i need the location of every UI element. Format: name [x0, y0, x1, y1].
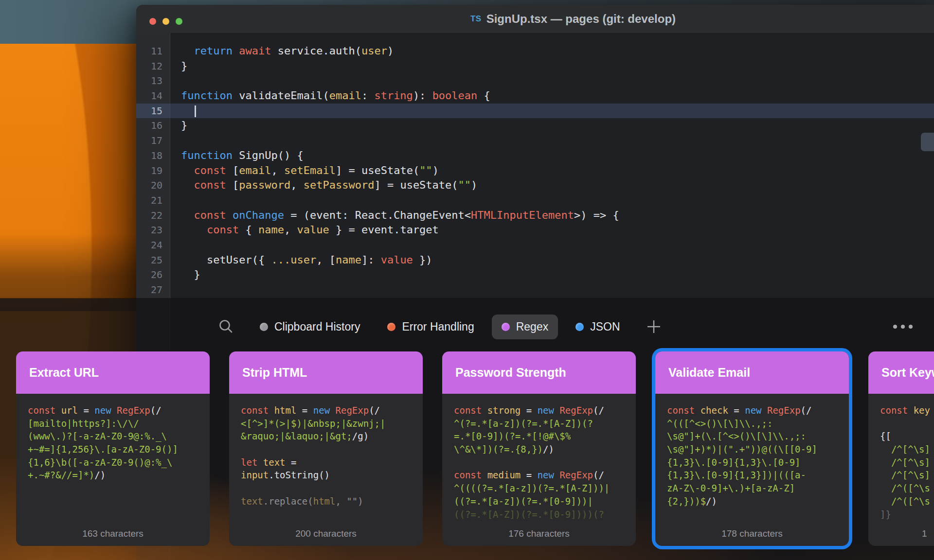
tab-json[interactable]: JSON [566, 315, 629, 339]
window-title: TS SignUp.tsx — pages (git: develop) [470, 5, 676, 33]
snippet-card-header: Password Strength [442, 351, 636, 394]
snippet-card-password-strength[interactable]: Password Strengthconst strong = new RegE… [442, 351, 636, 546]
tab-label: Error Handling [402, 320, 474, 333]
snippet-code-line: zA-Z\-0-9]+\.)+[a-zA-Z] [667, 482, 837, 495]
line-number: 22 [136, 208, 170, 223]
code-line-11: 11 return await service.auth(user) [136, 44, 934, 59]
snippet-code-line: {1,3}\.[0-9]{1,3}\.[0-9] [667, 456, 837, 469]
snippet-card-charcount: 200 characters [229, 528, 423, 539]
regex-dot-icon [502, 323, 510, 331]
code-line-20: 20 const [password, setPassword] = useSt… [136, 178, 934, 193]
code-text: } [170, 267, 200, 282]
code-text: const onChange = (event: React.ChangeEve… [170, 208, 619, 223]
line-number: 24 [136, 238, 170, 253]
line-number: 20 [136, 178, 170, 193]
snippet-card-charcount: 178 characters [655, 528, 849, 539]
snippet-card-title: Sort Keyw [881, 366, 934, 380]
snippet-card-code: const strong = new RegExp(/^(?=.*[a-z])(… [442, 394, 636, 546]
snippet-code-line [880, 417, 934, 430]
snippet-card-extract-url[interactable]: Extract URLconst url = new RegExp(/[mail… [16, 351, 210, 546]
editor-titlebar[interactable]: TS SignUp.tsx — pages (git: develop) [136, 5, 934, 34]
line-number: 14 [136, 88, 170, 104]
snippet-code-line: ^(([^<>()\[\]\\.,;: [667, 417, 837, 430]
code-line-14: 14function validateEmail(email: string):… [136, 88, 934, 104]
desktop: TS SignUp.tsx — pages (git: develop) 11 … [0, 0, 934, 560]
line-number: 27 [136, 282, 170, 298]
code-text: function validateEmail(email: string): b… [170, 88, 490, 104]
snippet-code-line: text.replace(html, "") [241, 495, 411, 508]
code-text: setUser({ ...user, [name]: value }) [170, 253, 432, 268]
snippet-code-line: <[^>]*(>|$)|&nbsp;|&zwnj;| [241, 417, 411, 430]
minimize-button[interactable] [162, 18, 169, 25]
snippet-code-line: input.toString() [241, 469, 411, 482]
line-number: 23 [136, 223, 170, 238]
tab-error-handling[interactable]: Error Handling [377, 315, 484, 339]
snippet-card-code: const key{[ /^[^\s] /^[^\s] /^[^\s] /^([… [868, 394, 934, 546]
search-icon [218, 318, 234, 335]
snippet-code-line: [mailto|https?]:\/\/ [28, 417, 198, 430]
code-text: const { name, value } = event.target [170, 223, 439, 238]
snippet-code-line: const url = new RegExp(/ [28, 404, 198, 417]
line-number: 13 [136, 73, 170, 88]
snippet-code-line: +~#=]{1,256}\.[a-zA-Z0-9()] [28, 443, 198, 456]
code-line-17: 17 [136, 133, 934, 148]
code-line-22: 22 const onChange = (event: React.Change… [136, 208, 934, 223]
zoom-button[interactable] [176, 18, 182, 25]
scrollbar-thumb[interactable] [921, 133, 934, 151]
snippet-code-line: {1,3}\.[0-9]{1,3}])|(([a- [667, 469, 837, 482]
code-text: const [email, setEmail] = useState("") [170, 163, 439, 178]
code-line-19: 19 const [email, setEmail] = useState(""… [136, 163, 934, 178]
snippet-card-charcount: 176 characters [442, 528, 636, 539]
tab-clipboard-history[interactable]: Clipboard History [250, 315, 370, 339]
snippet-card-title: Validate Email [668, 366, 750, 380]
search-button[interactable] [218, 318, 234, 335]
add-tab-button[interactable] [647, 319, 661, 334]
snippet-code-line: ^(?=.*[a-z])(?=.*[A-Z])(? [454, 417, 624, 430]
snippet-code-line: \s@"]+(\.[^<>()\[\]\\.,;: [667, 430, 837, 443]
snippet-card-code: const url = new RegExp(/[mailto|https?]:… [16, 394, 210, 546]
json-dot-icon [575, 323, 584, 331]
snippet-code-line: +.~#?&//=]*)/) [28, 469, 198, 482]
snippet-code-line [241, 482, 411, 495]
code-line-25: 25 setUser({ ...user, [name]: value }) [136, 253, 934, 268]
code-line-26: 26 } [136, 267, 934, 282]
snippet-code-line: ]} [880, 508, 934, 521]
code-text [170, 133, 181, 148]
line-number: 17 [136, 133, 170, 148]
snippet-code-line: {[ [880, 430, 934, 443]
code-text: return await service.auth(user) [170, 44, 394, 59]
snippet-code-line: =.*[0-9])(?=.*[!@#\$% [454, 430, 624, 443]
code-line-27: 27 [136, 282, 934, 298]
close-button[interactable] [149, 18, 156, 25]
traffic-lights [149, 18, 182, 25]
text-cursor [195, 105, 196, 117]
code-text: function SignUp() { [170, 148, 304, 163]
more-options-button[interactable] [892, 324, 914, 330]
line-number: 19 [136, 163, 170, 178]
snippet-card-strip-html[interactable]: Strip HTMLconst html = new RegExp(/<[^>]… [229, 351, 423, 546]
snippet-card-validate-email[interactable]: Validate Emailconst check = new RegExp(/… [655, 351, 849, 546]
code-line-18: 18function SignUp() { [136, 148, 934, 163]
snippet-card-header: Sort Keyw [868, 351, 934, 394]
line-number: 26 [136, 267, 170, 282]
snippet-card-charcount: 163 characters [16, 528, 210, 539]
snippet-card-header: Validate Email [655, 351, 849, 394]
snippet-code-line: &raquo;|&laquo;|&gt;/g) [241, 430, 411, 443]
ellipsis-icon [892, 324, 914, 330]
snippet-code-line: const key [880, 404, 934, 417]
snippet-card-sort-keyw[interactable]: Sort Keywconst key{[ /^[^\s] /^[^\s] /^[… [868, 351, 934, 546]
snippet-code-line [241, 443, 411, 456]
plus-icon [647, 319, 661, 334]
code-line-24: 24 [136, 238, 934, 253]
line-number: 16 [136, 118, 170, 133]
code-text [170, 282, 181, 298]
snippet-code-line: \s@"]+)*)|(".+"))@((\[[0-9] [667, 443, 837, 456]
snippet-code-line: {1,6}\b([-a-zA-Z0-9()@:%_\ [28, 456, 198, 469]
code-line-23: 23 const { name, value } = event.target [136, 223, 934, 238]
code-line-21: 21 [136, 193, 934, 208]
snippet-code-line: \^&\*])(?=.{8,})/) [454, 443, 624, 456]
tab-regex[interactable]: Regex [492, 315, 558, 339]
code-text: } [170, 59, 187, 74]
code-text [170, 238, 181, 253]
snippet-code-line: const strong = new RegExp(/ [454, 404, 624, 417]
